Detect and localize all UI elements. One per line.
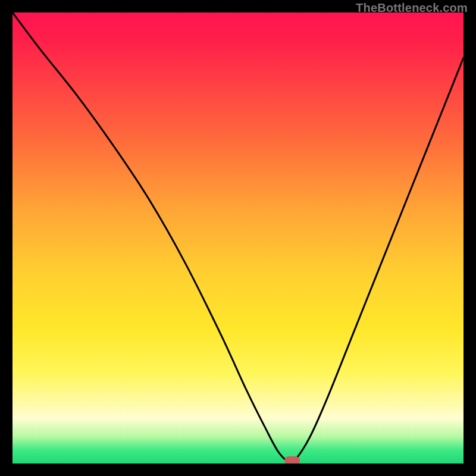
plot-area bbox=[12, 12, 464, 464]
curve-line bbox=[12, 12, 464, 464]
minimum-marker bbox=[284, 456, 300, 464]
outer-frame: TheBottleneck.com bbox=[0, 0, 476, 476]
watermark-text: TheBottleneck.com bbox=[356, 1, 468, 15]
